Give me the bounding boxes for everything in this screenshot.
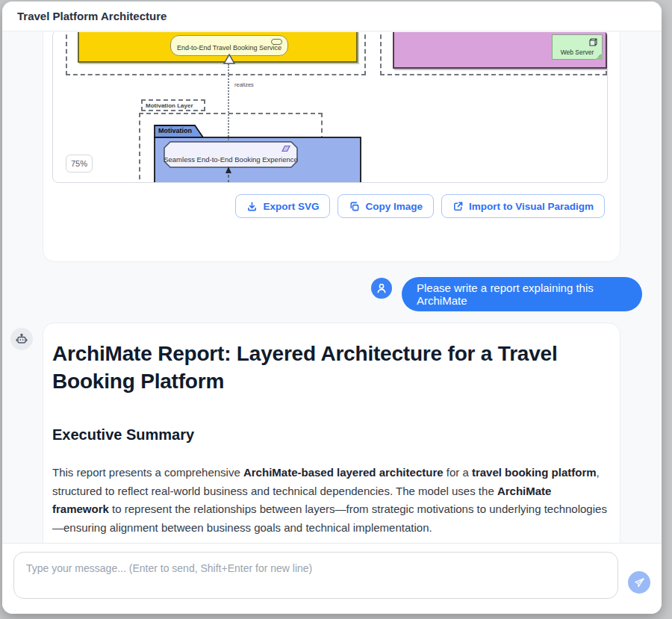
motivation-folder-label: Motivation [158,127,192,134]
node-cube-icon [588,37,598,47]
zoom-level-badge[interactable]: 75% [66,155,93,172]
page-background: Travel Platform Architecture End-to-End … [0,0,672,619]
composer-bar [2,543,662,614]
folded-corner [595,52,603,60]
diagram-actions-toolbar: Export SVG Copy Image Import to Visual P… [235,194,605,218]
application-service-label: End-to-End Travel Booking Service [177,44,281,52]
relation-label: realizes [233,81,255,88]
message-input[interactable] [13,552,618,599]
archimate-diagram-canvas[interactable]: End-to-End Travel Booking Service realiz… [52,32,608,183]
realization-arrowhead-icon [223,54,235,64]
report-paragraph: This report presents a comprehensive Arc… [52,464,611,538]
app-header: Travel Platform Architecture [2,1,662,31]
user-message-text: Please write a report explaining this Ar… [417,281,627,307]
app-window: Travel Platform Architecture End-to-End … [2,1,662,614]
report-title: ArchiMate Report: Layered Architecture f… [52,340,584,395]
report-section-heading: Executive Summary [52,426,194,444]
application-service-node[interactable]: End-to-End Travel Booking Service [170,35,288,56]
user-message-bubble[interactable]: Please write a report explaining this Ar… [402,277,642,311]
import-to-visual-paradigm-button[interactable]: Import to Visual Paradigm [441,194,605,218]
web-server-node[interactable]: Web Server [552,34,603,60]
motivation-layer-tag: Motivation Layer [141,99,205,111]
send-button[interactable] [628,571,650,594]
robot-icon [15,332,28,346]
chat-scroll-area[interactable]: End-to-End Travel Booking Service realiz… [2,32,662,543]
assistant-message-report-card: ArchiMate Report: Layered Architecture f… [43,323,620,543]
goal-label: Seamless End-to-End Booking Experience [164,141,298,168]
send-paper-plane-icon [634,577,645,588]
export-svg-button[interactable]: Export SVG [235,194,330,218]
realization-line-lower [224,167,233,183]
copy-image-button[interactable]: Copy Image [337,194,434,218]
user-icon [376,282,388,294]
goal-parallelogram-icon [279,145,291,152]
service-icon [271,39,282,45]
assistant-avatar [10,328,33,350]
download-icon [246,201,258,212]
page-title: Travel Platform Architecture [17,10,167,22]
user-avatar [371,278,392,299]
external-link-icon [452,201,464,212]
realization-line [228,64,229,142]
copy-icon [349,201,360,212]
